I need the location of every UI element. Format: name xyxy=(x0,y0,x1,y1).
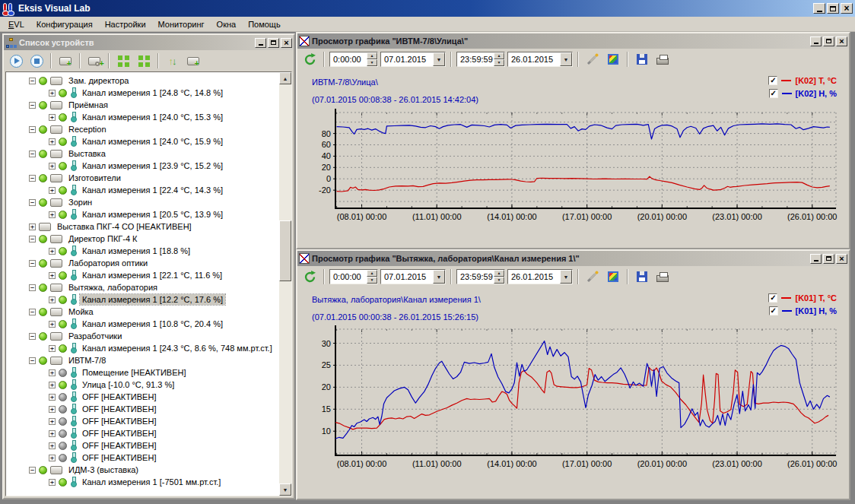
expander-icon[interactable]: + xyxy=(49,187,56,194)
time-to-spinner[interactable]: ▲▼ xyxy=(494,270,504,284)
toolbar-search-devices-button[interactable]: + xyxy=(85,52,103,69)
expander-icon[interactable]: + xyxy=(49,418,56,425)
tree-item-label[interactable]: OFF [НЕАКТИВЕН] xyxy=(80,452,158,463)
start-monitoring-icon[interactable] xyxy=(10,55,23,68)
tree-item-label[interactable]: Канал измерения 1 [12.2 °C, 17.6 %] xyxy=(80,294,225,305)
stop-monitoring-icon[interactable] xyxy=(30,55,43,68)
refresh-icon[interactable] xyxy=(300,268,319,285)
print-icon[interactable] xyxy=(653,268,672,285)
graph2-maximize-button[interactable] xyxy=(823,254,834,264)
expander-icon[interactable]: + xyxy=(49,296,56,303)
expander-icon[interactable]: − xyxy=(29,467,36,474)
menu-item-помощь[interactable]: Помощь xyxy=(242,18,287,30)
expander-icon[interactable]: − xyxy=(29,199,36,206)
graph1-minimize-button[interactable] xyxy=(810,36,822,46)
expander-icon[interactable]: + xyxy=(49,138,56,145)
expander-icon[interactable]: − xyxy=(29,284,36,291)
time-to-field[interactable]: 23:59:59 ▲▼ xyxy=(456,269,505,284)
maximize-button[interactable] xyxy=(827,3,839,14)
expander-icon[interactable]: − xyxy=(29,78,36,84)
sort-devices-icon[interactable]: ↑↓ xyxy=(169,56,177,66)
graph1-maximize-button[interactable] xyxy=(823,36,834,46)
expander-icon[interactable]: + xyxy=(49,345,56,352)
expander-icon[interactable]: + xyxy=(49,248,56,255)
scroll-down-icon[interactable]: ▼ xyxy=(279,483,291,496)
expander-icon[interactable]: + xyxy=(49,369,56,376)
date-to-dropdown-icon[interactable]: ▼ xyxy=(560,270,572,284)
tree-item-label[interactable]: OFF [НЕАКТИВЕН] xyxy=(80,416,158,426)
time-to-field[interactable]: 23:59:59 ▲▼ xyxy=(456,52,505,67)
add-device-icon[interactable]: + xyxy=(59,57,72,65)
tree-item-label[interactable]: ИДМ-3 (выставка) xyxy=(66,464,141,475)
toolbar-add-device-button[interactable]: + xyxy=(56,52,75,69)
time-from-spinner[interactable]: ▲▼ xyxy=(367,270,377,284)
series-checkbox[interactable]: ✓ xyxy=(769,89,778,98)
tree-item-label[interactable]: Канал измерения 1 [24.8 °C, 14.8 %] xyxy=(80,87,225,98)
menu-item-конфигурация[interactable]: Конфигурация xyxy=(30,18,99,30)
expander-icon[interactable]: − xyxy=(29,175,36,182)
tree-item-label[interactable]: Мойка xyxy=(66,306,96,317)
collapse-all-icon[interactable] xyxy=(118,55,122,60)
expander-icon[interactable]: + xyxy=(49,430,56,437)
devlist-minimize-button[interactable] xyxy=(255,38,266,48)
scrollbar-thumb[interactable] xyxy=(279,220,291,281)
series-checkbox[interactable]: ✓ xyxy=(769,306,778,315)
devlist-close-button[interactable]: × xyxy=(281,38,292,48)
date-from-dropdown-icon[interactable]: ▼ xyxy=(433,270,445,284)
search-devices-icon[interactable]: + xyxy=(88,57,100,65)
tree-item-label[interactable]: Изготовители xyxy=(66,173,123,183)
expander-icon[interactable]: + xyxy=(49,272,56,279)
tree-scrollbar[interactable]: ▲ ▼ xyxy=(278,72,291,496)
expander-icon[interactable]: − xyxy=(29,151,36,157)
menu-item-окна[interactable]: Окна xyxy=(211,18,243,30)
chart-settings-icon[interactable] xyxy=(583,51,602,68)
tree-item-label[interactable]: Канал измерения 1 [20.5 °C, 13.9 %] xyxy=(80,209,225,220)
expander-icon[interactable]: + xyxy=(29,223,36,230)
time-from-spinner[interactable]: ▲▼ xyxy=(367,52,377,66)
toolbar-add-device-group-button[interactable]: + xyxy=(184,52,202,69)
tree-item-label[interactable]: Вытяжка, лаборатория xyxy=(66,282,160,293)
device-list-titlebar[interactable]: Список устройств × xyxy=(4,35,294,50)
tree-item-label[interactable]: OFF [НЕАКТИВЕН] xyxy=(80,404,158,414)
tree-item-label[interactable]: Лаборатория оптики xyxy=(66,258,150,268)
series-checkbox[interactable]: ✓ xyxy=(768,293,777,303)
time-to-spinner[interactable]: ▲▼ xyxy=(494,52,504,66)
date-to-field[interactable]: 26.01.2015 ▼ xyxy=(507,52,573,67)
menu-item-мониторинг[interactable]: Мониторинг xyxy=(152,18,211,30)
tree-item-label[interactable]: Канал измерения 1 [24.3 °C, 8.6 %, 748 м… xyxy=(80,343,275,353)
time-from-field[interactable]: 0:00:00 ▲▼ xyxy=(329,52,378,67)
date-to-field[interactable]: 26.01.2015 ▼ xyxy=(507,269,573,284)
tree-item-label[interactable]: Улица [-10.0 °C, 91.3 %] xyxy=(80,379,176,390)
menu-item-evl[interactable]: EVL xyxy=(2,18,30,30)
expander-icon[interactable]: + xyxy=(49,382,56,388)
tree-item-label[interactable]: Разработчики xyxy=(66,331,124,341)
chart-settings-icon[interactable] xyxy=(583,268,602,285)
expander-icon[interactable]: − xyxy=(29,357,36,364)
toolbar-sort-devices-button[interactable]: ↑↓ xyxy=(164,52,182,69)
tree-item-label[interactable]: OFF [НЕАКТИВЕН] xyxy=(80,428,158,439)
tree-item-label[interactable]: Выставка ПКГ-4 СО [НЕАКТИВЕН] xyxy=(55,221,194,232)
tree-item-label[interactable]: Канал измерения 1 [23.9 °C, 15.2 %] xyxy=(80,160,225,171)
tree-item-label[interactable]: Канал измерения 1 [22.1 °C, 11.6 %] xyxy=(80,270,224,281)
tree-item-label[interactable]: Зорин xyxy=(66,197,94,208)
toolbar-expand-all-button[interactable] xyxy=(135,52,153,69)
minimize-button[interactable] xyxy=(813,3,825,14)
expander-icon[interactable]: + xyxy=(49,455,56,461)
tree-item-label[interactable]: OFF [НЕАКТИВЕН] xyxy=(80,440,158,451)
print-icon[interactable] xyxy=(653,51,672,68)
menu-item-настройки[interactable]: Настройки xyxy=(99,18,152,30)
expander-icon[interactable]: + xyxy=(49,211,56,218)
display-settings-icon[interactable] xyxy=(604,268,622,285)
tree-item-label[interactable]: Канал измерения 1 [-7501 мм.рт.ст.] xyxy=(80,477,223,487)
expander-icon[interactable]: − xyxy=(29,260,36,267)
expander-icon[interactable]: − xyxy=(29,333,36,340)
toolbar-stop-monitoring-button[interactable] xyxy=(27,52,46,69)
expand-all-icon[interactable] xyxy=(138,55,143,60)
expander-icon[interactable]: − xyxy=(29,126,36,133)
expander-icon[interactable]: − xyxy=(29,236,36,242)
tree-item-label[interactable]: Канал измерения 1 [24.0 °C, 15.3 %] xyxy=(80,112,225,122)
graph-window-1-titlebar[interactable]: Просмотр графика "ИВТМ-7/8\Улица\" × xyxy=(297,33,849,49)
expander-icon[interactable]: + xyxy=(49,394,56,401)
expander-icon[interactable]: − xyxy=(29,102,36,109)
save-icon[interactable] xyxy=(633,268,651,285)
